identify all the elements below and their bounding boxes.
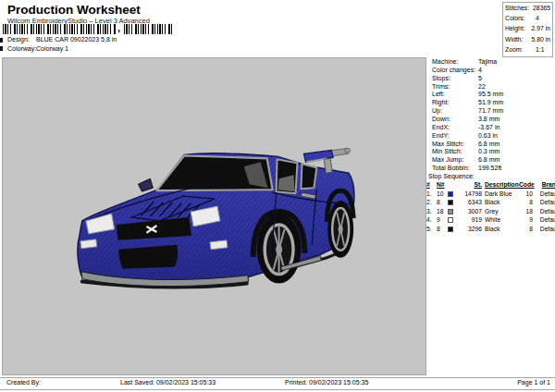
thread-color-swatch <box>448 191 453 197</box>
stop-sequence-table: # N# St. Description Code Brand 1.101479… <box>426 180 555 233</box>
summary-value: 1:1 <box>536 46 544 56</box>
machine-info-row: Color changes:4 <box>432 67 503 75</box>
stop-row: 4.9919White9Default <box>426 215 555 225</box>
machine-info-row: Up:71.7 mm <box>432 107 503 116</box>
summary-row-width: Width:5.80 in <box>505 36 550 46</box>
spoiler-rod-end <box>345 148 351 153</box>
side-mirror <box>138 178 153 191</box>
info-value: 95.5 mm <box>478 91 503 99</box>
design-barcode: , <box>3 24 173 35</box>
stop-sequence-title: Stop Sequence: <box>428 173 475 179</box>
summary-row-zoom: Zoom:1:1 <box>505 46 550 56</box>
rear-wheel <box>327 201 353 258</box>
col-num: # <box>426 181 437 188</box>
stop-row: 5.83296Black8Default <box>426 225 555 234</box>
colorway-row: Colorway:Colorway 1 <box>7 45 68 52</box>
edge-mark <box>0 38 3 43</box>
info-value: 6.8 mm <box>478 156 500 165</box>
info-value: 3.8 mm <box>478 116 500 124</box>
machine-info-row: Stops:5 <box>432 75 503 83</box>
design-row: Design:BLUE CAR 09022023 5,8 in <box>7 36 117 43</box>
col-st: St. <box>457 181 482 188</box>
design-label: Design: <box>7 36 36 43</box>
summary-row-colors: Colors:4 <box>505 15 550 25</box>
barcode-separator: , <box>117 22 120 33</box>
side-marker-left <box>80 239 97 249</box>
footer-page-number: Page 1 of 1 <box>517 379 550 386</box>
summary-value: 5.80 in <box>532 36 550 46</box>
edge-mark <box>0 46 3 51</box>
info-label: Total Bobbin: <box>432 165 478 173</box>
production-worksheet-page: Production Worksheet Wilcom EmbroiderySt… <box>0 0 555 392</box>
summary-row-stitches: Stitches:28365 <box>505 5 550 15</box>
info-label: Machine: <box>432 58 478 67</box>
colorway-label: Colorway: <box>7 45 36 52</box>
barcode-segment <box>124 24 173 34</box>
quarter-window <box>301 164 316 189</box>
summary-value: 28365 <box>533 5 550 15</box>
machine-info-row: EndX:-3.67 in <box>432 124 503 132</box>
info-value: 6.8 mm <box>478 141 500 149</box>
info-value: 0.63 in <box>478 132 498 141</box>
design-canvas <box>2 57 426 375</box>
footer-divider-bottom <box>0 389 555 390</box>
info-value: 0.3 mm <box>478 148 500 156</box>
summary-label: Zoom: <box>505 46 536 56</box>
thread-color-swatch <box>448 227 453 232</box>
info-label: Left: <box>432 91 478 99</box>
info-label: Right: <box>432 99 478 107</box>
summary-value: 4 <box>536 15 539 25</box>
col-brand: Brand <box>536 181 555 188</box>
spoiler-support <box>324 158 332 173</box>
col-code: Code <box>519 181 533 188</box>
info-label: Max Stitch: <box>432 141 478 149</box>
summary-label: Colors: <box>505 15 536 25</box>
footer-divider-top <box>0 377 555 378</box>
summary-label: Stitches: <box>505 5 533 15</box>
info-label: Down: <box>432 116 478 124</box>
stop-table-header: # N# St. Description Code Brand <box>426 180 555 190</box>
front-wheel <box>257 214 302 284</box>
colorway-value: Colorway 1 <box>36 45 68 52</box>
summary-value: 2.97 in <box>532 25 550 35</box>
machine-info-row: EndY:0.63 in <box>432 132 503 141</box>
footer-printed: Printed: 09/02/2023 15:05:35 <box>285 379 368 386</box>
page-title: Production Worksheet <box>7 3 141 17</box>
machine-info-row: Trims:22 <box>432 83 503 92</box>
design-value: BLUE CAR 09022023 5,8 in <box>36 36 117 43</box>
info-value: 4 <box>478 67 482 75</box>
machine-info-row: Total Bobbin:199.52ft <box>432 165 503 173</box>
machine-info-row: Max Jump:6.8 mm <box>432 156 503 165</box>
side-marker-right <box>210 240 228 250</box>
thread-color-swatch <box>448 217 453 223</box>
info-value: -3.67 in <box>478 124 500 132</box>
info-value: 199.52ft <box>478 165 501 173</box>
info-label: Color changes: <box>432 67 478 75</box>
machine-info-row: Right:51.9 mm <box>432 99 503 107</box>
machine-info-row: Down:3.8 mm <box>432 116 503 124</box>
info-value: 22 <box>478 83 486 92</box>
info-value: Tajima <box>478 58 497 67</box>
info-label: EndY: <box>432 132 478 141</box>
info-value: 51.9 mm <box>478 99 503 107</box>
info-label: EndX: <box>432 124 478 132</box>
info-label: Stops: <box>432 75 478 83</box>
info-label: Max Jump: <box>432 156 478 165</box>
summary-label: Height: <box>505 25 532 35</box>
embroidery-car-design <box>3 58 426 374</box>
footer-created-by: Created By: <box>6 379 41 386</box>
info-label: Trims: <box>432 83 478 92</box>
info-label: Min Stitch: <box>432 148 478 156</box>
summary-row-height: Height:2.97 in <box>505 25 550 35</box>
machine-info-row: Machine:Tajima <box>432 58 503 67</box>
stop-row: 1.1014798Dark Blue10Default <box>426 190 555 199</box>
machine-info-row: Left:95.5 mm <box>432 91 503 99</box>
info-label: Up: <box>432 107 478 116</box>
col-description: Description <box>485 181 519 188</box>
info-value: 71.7 mm <box>478 107 503 116</box>
stop-row: 3.183007Grey18Default <box>426 207 555 216</box>
machine-info-row: Min Stitch:0.3 mm <box>432 148 503 156</box>
footer-last-saved: Last Saved: 09/02/2023 15:05:33 <box>120 379 216 386</box>
machine-info-row: Max Stitch:6.8 mm <box>432 141 503 149</box>
thread-color-swatch <box>448 200 453 205</box>
